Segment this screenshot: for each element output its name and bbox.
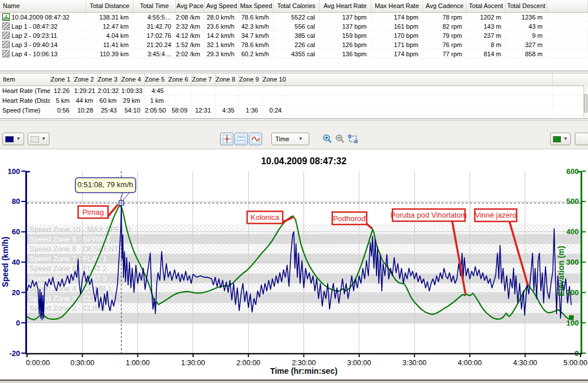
speed-zone-label-9: Speed Zone 9 - SPRINT <box>29 235 110 243</box>
zone-bands-toggle-button[interactable] <box>235 133 248 145</box>
left-axis-tick-label: 80 <box>12 197 20 206</box>
summary-col-header-total-distance[interactable]: Total Distance <box>86 0 133 12</box>
x-axis-tick-label: 0:00:00 <box>26 359 50 367</box>
row-name: 10.04.2009 08:47:32 <box>11 13 70 21</box>
summary-col-header-avg-heart-rate[interactable]: Avg Heart Rate <box>320 0 371 12</box>
annotation-label: Poruba pod Vihorlatom <box>391 211 467 219</box>
summary-row[interactable]: Lap 4 - 10:06:13110.39 km3:45:4…2:02 /km… <box>0 49 588 59</box>
lap-icon <box>2 41 10 48</box>
zones-col-header-zone-8: Zone 8 <box>216 73 239 86</box>
speed-zone-label-7: Speed Zone 7 - FLAT 1 <box>29 254 107 263</box>
zones-header-row: ItemZone 1Zone 2Zone 3Zone 4Zone 5Zone 6… <box>0 73 588 86</box>
speed-series-swatch <box>5 136 14 142</box>
crosshair-tooltip-text: 0:51:08, 79 km/h <box>78 180 133 189</box>
x-axis-title: Time (hr:min:sec) <box>270 366 337 376</box>
zoom-extents-icon <box>348 134 358 144</box>
zones-col-header-zone-7: Zone 7 <box>192 73 216 86</box>
x-axis-mode-dropdown[interactable]: Time ▼ <box>271 133 309 145</box>
activity-cyclist-icon <box>2 13 10 21</box>
left-axis-tick-label: 100 <box>7 167 20 176</box>
secondary-series-color-dropdown[interactable]: ▼ <box>28 133 49 145</box>
left-axis-tick-label: 20 <box>12 288 20 297</box>
zone-bands-toggle-icon <box>237 134 246 144</box>
speed-zone-label-8: Speed Zone 8 - DESCENT <box>29 245 118 253</box>
zones-scrollbar[interactable] <box>583 85 587 118</box>
zones-col-header-zone-10: Zone 10 <box>263 73 286 86</box>
right-axis-title: Elevation (m) <box>556 246 566 296</box>
annotation-label: Kolonica <box>251 213 280 222</box>
x-axis-tick-label: 2:00:00 <box>236 359 260 367</box>
clipped-dropdown[interactable] <box>575 133 588 145</box>
chart-title: 10.04.2009 08:47:32 <box>261 156 347 166</box>
speed-zone-label-10: Speed Zone 10 - MAX SPEED <box>29 225 130 234</box>
lap-icon <box>2 22 10 30</box>
x-axis-tick-label: 3:00:00 <box>347 359 371 367</box>
summary-col-header-total-time[interactable]: Total Time <box>133 0 176 12</box>
speed-series-color-dropdown[interactable]: ▼ <box>2 133 24 145</box>
zoom-out-icon <box>335 134 345 144</box>
left-axis-tick-label: -20 <box>9 349 20 358</box>
x-axis-tick-label: 3:30:00 <box>402 359 426 367</box>
empty-series-swatch <box>30 136 39 142</box>
speed-zone-label-4: Speed Zone 4 - CLIMB 1 <box>29 284 112 293</box>
zones-row: Heart Rate (Time)12:261:29:212:01:321:09… <box>0 86 588 96</box>
right-axis-tick-label: 600 <box>566 167 579 176</box>
zoom-out-button[interactable] <box>335 133 346 145</box>
zones-col-header-item: Item <box>0 73 51 86</box>
zones-col-header-zone-6: Zone 6 <box>168 73 192 86</box>
summary-col-header-total-descent[interactable]: Total Descent <box>506 0 547 12</box>
x-axis-tick-label: 1:30:00 <box>181 359 205 367</box>
elevation-series-color-dropdown[interactable]: ▼ <box>550 133 571 145</box>
summary-row[interactable]: Lap 2 - 09:23:114.04 km17:02.764:12 /km1… <box>0 31 588 40</box>
zones-col-header-zone-5: Zone 5 <box>145 73 168 86</box>
zones-col-header-zone-2: Zone 2 <box>74 73 98 86</box>
summary-col-header-name[interactable]: Name <box>0 0 86 12</box>
summary-col-header-avg-speed[interactable]: Avg Speed <box>205 0 239 12</box>
zoom-in-button[interactable] <box>322 133 333 145</box>
x-axis-tick-label: 4:00:00 <box>458 359 482 367</box>
right-axis-tick-label: 300 <box>566 258 579 266</box>
left-axis-tick-label: 40 <box>12 258 20 266</box>
zones-col-header-zone-1: Zone 1 <box>51 73 74 86</box>
x-axis-tick-label: 0:30:00 <box>70 359 94 367</box>
chart-toolbar: ▼ ▼ Ti <box>0 121 588 149</box>
elevation-series-swatch <box>553 136 561 142</box>
annotation-label: Vinné jazero <box>475 211 516 219</box>
zoom-in-icon <box>322 134 333 144</box>
summary-col-header-avg-pace[interactable]: Avg Pace <box>176 0 205 12</box>
x-axis-mode-value: Time <box>274 136 296 142</box>
left-axis-tick-label: 60 <box>12 227 20 236</box>
row-name: Lap 3 - 09:40:14 <box>11 40 57 49</box>
summary-col-header-max-heart-rate[interactable]: Max Heart Rate <box>371 0 423 12</box>
zoom-extents-button[interactable] <box>347 133 359 145</box>
zones-col-header-zone-9: Zone 9 <box>239 73 263 86</box>
chart-panel: Speed Zone 10 - MAX SPEEDSpeed Zone 9 - … <box>0 149 588 380</box>
summary-row[interactable]: Lap 3 - 09:40:1411.41 km21:20.241:52 /km… <box>0 40 588 49</box>
right-axis-tick-label: 100 <box>566 319 579 327</box>
speed-elevation-chart: Speed Zone 10 - MAX SPEEDSpeed Zone 9 - … <box>0 149 588 378</box>
lap-icon <box>2 50 10 57</box>
summary-header-row: NameTotal DistanceTotal TimeAvg PaceAvg … <box>0 0 588 13</box>
curve-toggle-button[interactable] <box>249 133 262 145</box>
summary-col-header-total-calories[interactable]: Total Calories <box>274 0 320 12</box>
left-axis-title: Speed (km/h) <box>1 237 10 287</box>
row-name: Lap 4 - 10:06:13 <box>11 49 57 58</box>
zones-col-header-zone-4: Zone 4 <box>121 73 145 86</box>
training-center-window: NameTotal DistanceTotal TimeAvg PaceAvg … <box>0 0 588 383</box>
zones-scrollbar-thumb[interactable] <box>584 94 587 113</box>
summary-row[interactable]: 10.04.2009 08:47:32138.31 km4:55:5…2:08 … <box>0 13 588 22</box>
chevron-down-icon: ▼ <box>16 133 21 145</box>
window-bottom-edge <box>0 380 588 383</box>
x-axis-tick-label: 1:00:00 <box>126 359 150 367</box>
summary-body: 10.04.2009 08:47:32138.31 km4:55:5…2:08 … <box>0 13 588 59</box>
crosshair-toggle-button[interactable] <box>220 133 233 145</box>
summary-row[interactable]: Lap 1 - 08:47:3212.47 km31:42.702:32 /km… <box>0 22 588 31</box>
summary-col-header-avg-cadence[interactable]: Avg Cadence <box>423 0 467 12</box>
annotation-label: Pirnag <box>82 208 104 216</box>
annotation-label: Podhoroď <box>333 214 366 223</box>
crosshair-toggle-icon <box>222 134 232 144</box>
right-axis-tick-label: 200 <box>566 288 579 297</box>
summary-col-header-max-speed[interactable]: Max Speed <box>239 0 274 12</box>
summary-col-header-total-ascent[interactable]: Total Ascent <box>467 0 506 12</box>
row-name: Lap 2 - 09:23:11 <box>11 31 57 40</box>
